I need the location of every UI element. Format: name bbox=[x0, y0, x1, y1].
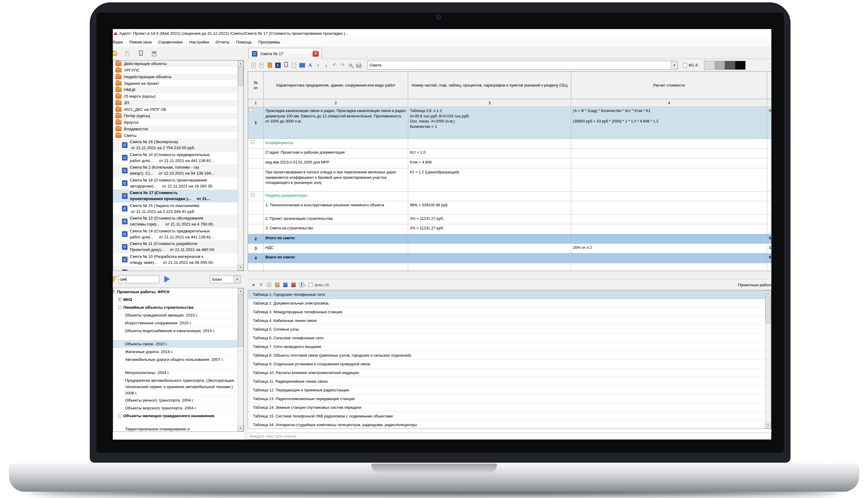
estimate-mode-dropdown[interactable]: Смета ▼ bbox=[367, 61, 678, 69]
fixed-collection-checkbox[interactable] bbox=[309, 283, 313, 287]
tree-folder[interactable]: Питер (курсы) bbox=[113, 113, 238, 119]
red-book-icon[interactable] bbox=[289, 281, 297, 289]
scrollbar-thumb[interactable] bbox=[238, 67, 243, 86]
chevron-down-icon[interactable]: ▼ bbox=[234, 275, 241, 283]
coefficients-icon[interactable]: К bbox=[274, 61, 282, 69]
catalog-search-input[interactable]: свя bbox=[118, 275, 159, 283]
close-icon[interactable]: ✕ bbox=[313, 51, 318, 56]
catalog-item[interactable]: Автомобильные дороги общего пользования.… bbox=[113, 356, 238, 369]
catalog-tree-scrollbar[interactable]: ▲ ▼ bbox=[238, 288, 244, 432]
edit-row-icon[interactable]: ✎ bbox=[258, 61, 266, 69]
cell-description[interactable]: НДС bbox=[263, 244, 408, 253]
chevron-down-icon[interactable]: ▼ bbox=[671, 61, 678, 69]
tree-folder[interactable]: НМЦК bbox=[113, 87, 238, 93]
scroll-down-icon[interactable]: ▼ bbox=[238, 265, 243, 271]
catalog-item[interactable]: Метрополитены. 2004 г. bbox=[113, 369, 238, 377]
table-row-section[interactable]: 1. Технологические и конструктивные реше… bbox=[248, 201, 771, 215]
list-item-table[interactable]: Таблица 7. Сети проводного вещания bbox=[248, 342, 766, 351]
catalog-item[interactable]: Предприятия автомобильного транспорта. (… bbox=[113, 377, 238, 396]
catalog-root[interactable]: +Проектные работы, ФРСН bbox=[113, 288, 238, 296]
tree-estimate-item[interactable]: CСмета № 11 (Стоимость разработкиПроектн… bbox=[113, 240, 238, 253]
cell-group-label[interactable]: Коэффициенты bbox=[263, 139, 408, 148]
cell-reference[interactable]: Таблица 3.8. п.1.2 А=35.6 тыс.руб; В=0.0… bbox=[408, 107, 571, 139]
table-row-section[interactable]: 3. Смета на строительство 2% = 11231.27 … bbox=[248, 224, 771, 234]
catalog-item[interactable]: Объекты гражданской авиации. 2015 г. bbox=[113, 312, 238, 319]
tree-folder[interactable]: Задания на проект bbox=[113, 80, 238, 87]
list-item-table-selected[interactable]: Таблица 1. Городские телефонные сети bbox=[248, 290, 766, 299]
scrollbar-thumb[interactable] bbox=[238, 294, 243, 347]
grayscale-swatch[interactable] bbox=[704, 61, 746, 70]
scroll-down-icon[interactable]: ▼ bbox=[765, 422, 771, 428]
table-row-vat[interactable]: 3 НДС 20% от п.2 1 bbox=[248, 244, 771, 253]
open-book-icon[interactable] bbox=[273, 281, 281, 289]
filter-icon[interactable] bbox=[113, 276, 117, 283]
list-icon[interactable]: ≡ bbox=[257, 281, 265, 289]
list-item-table[interactable]: Таблица 2. Документальная электросвязь bbox=[248, 299, 766, 307]
collapse-icon[interactable]: - bbox=[251, 193, 254, 197]
collapse-icon[interactable]: - bbox=[249, 108, 252, 112]
list-item-table[interactable]: Таблица 14. Земные станции спутниковых с… bbox=[248, 403, 766, 412]
calculator-icon[interactable] bbox=[150, 50, 158, 58]
scrollbar-thumb[interactable] bbox=[765, 297, 771, 324]
undo-icon[interactable]: ↶ bbox=[330, 61, 338, 69]
cell-value[interactable]: 2% = 11231.27 руб. bbox=[408, 224, 571, 234]
tree-folder[interactable]: 0021_ДКС на УКПГ-2В bbox=[113, 106, 238, 113]
font-style-icon[interactable]: A bbox=[306, 61, 314, 69]
cell-value[interactable]: Кст = 1.0 bbox=[408, 148, 571, 158]
list-item-table[interactable]: Таблица 9. Отдельные установки и сооруже… bbox=[248, 360, 766, 368]
list-item-table[interactable]: Таблица 12. Передающие и приемные радиос… bbox=[248, 386, 766, 394]
scroll-up-icon[interactable]: ▲ bbox=[238, 288, 243, 294]
window-titlebar[interactable]: Адепт: Проект в 14.5 (Май 2022) (лицензи… bbox=[113, 29, 771, 37]
catalog-item[interactable]: Объекты водоснабжения и канализации. 201… bbox=[113, 327, 238, 340]
search-icon[interactable] bbox=[347, 61, 355, 69]
cell-calculation[interactable]: 20% от п.2 bbox=[571, 244, 767, 253]
cell-description[interactable]: 1. Технологические и конструктивные реше… bbox=[263, 201, 408, 215]
expander-icon[interactable]: + bbox=[113, 290, 115, 293]
menu-item-rezhim-okna[interactable]: Режим окна bbox=[130, 40, 152, 44]
cell-description[interactable]: инд.4кв.2021г.к 01.01.2000 для МРР bbox=[263, 158, 408, 168]
bases-dropdown[interactable]: Базы ▼ bbox=[210, 275, 241, 283]
list-item-table[interactable]: Таблица 8. Объекты почтовой связи (район… bbox=[248, 351, 766, 360]
cell-sum-clipped[interactable]: 5 bbox=[767, 107, 771, 139]
catalog-group[interactable]: -Линейные объекты строительства bbox=[113, 304, 238, 312]
vertical-splitter[interactable] bbox=[244, 47, 248, 440]
tree-folder[interactable]: 25 марта (курсы) bbox=[113, 93, 238, 100]
cell-description[interactable]: При проектировании в полосе отвода и при… bbox=[263, 168, 408, 192]
menu-item-otchety[interactable]: Отчеты bbox=[215, 40, 230, 44]
tree-estimate-item[interactable]: CСмета № 3 (Воздушные линии bbox=[113, 266, 238, 271]
catalog-item[interactable]: Объекты морского транспорта. 2004 г. bbox=[113, 404, 238, 412]
table-row-position[interactable]: -1 Прокладка канализации связи и радио. … bbox=[248, 107, 771, 139]
move-down-icon[interactable]: ↓ bbox=[322, 61, 330, 69]
tab-smeta-17[interactable]: C Смета № 17 ✕ bbox=[249, 48, 322, 59]
catalog-item[interactable]: Объекты речного транспорта. 2004 г. bbox=[113, 396, 238, 404]
expander-icon[interactable]: - bbox=[118, 414, 121, 417]
cell-total-label[interactable]: Всего по смете: bbox=[263, 253, 408, 263]
list-item-table[interactable]: Таблица 13. Радиотелевизионные передающи… bbox=[248, 394, 766, 403]
reference-search-input[interactable] bbox=[248, 433, 771, 440]
cell-value[interactable]: К1 = 1.2 (Ценообразующий) bbox=[408, 168, 571, 192]
edit-icon[interactable]: ✎ bbox=[123, 50, 131, 58]
catalog-item-selected[interactable]: Объекты связи. 2010 г. bbox=[113, 340, 238, 348]
paste-icon[interactable] bbox=[266, 61, 274, 69]
tree-folder[interactable]: Недействующие объекты bbox=[113, 74, 238, 80]
info-icon[interactable]: ⓘ bbox=[265, 281, 273, 289]
catalog-item[interactable]: Искусственные сооружения. 2015 г. bbox=[113, 319, 238, 327]
tree-folder[interactable]: Иркутск bbox=[113, 119, 238, 126]
cell-calculation[interactable]: (А + В * Хзад) * Количество * Кст * Ктек… bbox=[571, 107, 767, 139]
tree-estimate-item[interactable]: CСмета № 14 (Стоимость предварительныхра… bbox=[113, 152, 238, 165]
redo-icon[interactable]: ↷ bbox=[338, 61, 347, 69]
expander-icon[interactable]: - bbox=[118, 305, 121, 309]
cell-description[interactable]: Стадия: Проектная и рабочая документация bbox=[263, 148, 408, 158]
objects-tree-scrollbar[interactable]: ▲ ▼ bbox=[238, 61, 244, 271]
tree-folder[interactable]: Действующие объекты bbox=[113, 61, 238, 67]
delete-icon[interactable] bbox=[137, 50, 145, 58]
scroll-up-icon[interactable]: ▲ bbox=[765, 290, 771, 296]
tree-estimate-item[interactable]: CСмета № 18 (Стоимость проектированияавт… bbox=[113, 177, 238, 190]
table-row-section[interactable]: 2. Проект организации строительства 2% =… bbox=[248, 215, 771, 224]
window-view-icon[interactable] bbox=[298, 61, 306, 69]
cell-description[interactable]: 3. Смета на строительство bbox=[263, 224, 408, 234]
blue-book-icon[interactable] bbox=[281, 281, 289, 289]
cell-value[interactable]: 2% = 11231.27 руб. bbox=[408, 215, 571, 224]
check-row-icon[interactable]: ✓ bbox=[290, 61, 298, 69]
list-item-table[interactable]: Таблица 3. Междугородные телефонные стан… bbox=[248, 307, 766, 316]
